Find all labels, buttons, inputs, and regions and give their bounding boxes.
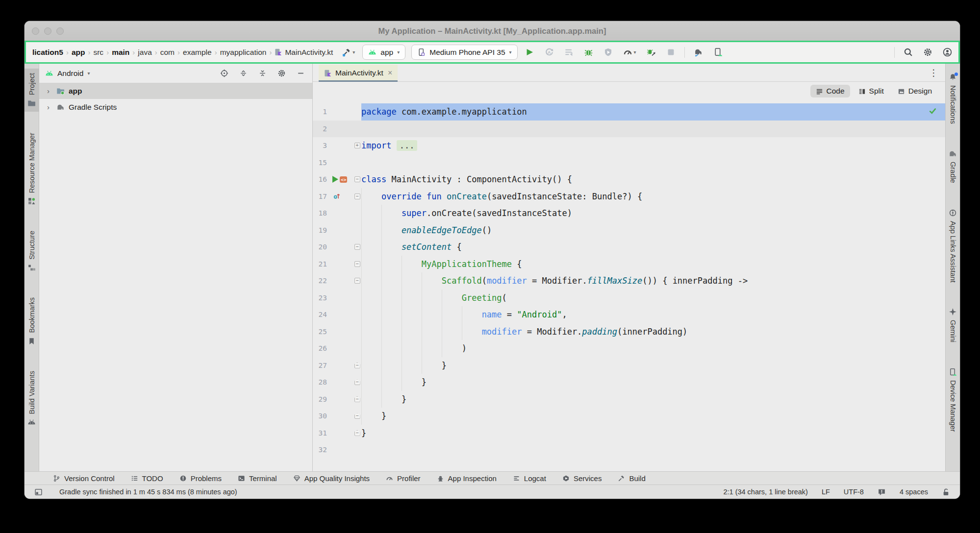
fold-marker[interactable]: −	[354, 261, 360, 267]
close-icon[interactable]: ×	[388, 69, 392, 77]
overriding-method-icon[interactable]	[332, 192, 341, 200]
fold-marker[interactable]: −	[354, 244, 360, 250]
code-line-text[interactable]: )	[361, 340, 945, 357]
sidebar-item-bookmarks[interactable]: Bookmarks	[25, 293, 39, 350]
code-editor[interactable]: 1package com.example.myapplication23+imp…	[313, 100, 945, 471]
editor-options-menu[interactable]: ⋮	[929, 67, 938, 78]
toolwindow-build[interactable]: Build	[618, 474, 645, 483]
code-line-32[interactable]: 32	[313, 441, 945, 459]
code-line-text[interactable]: Greeting(	[361, 290, 945, 307]
code-line-2[interactable]: 2	[313, 121, 945, 138]
sidebar-item-build-variants[interactable]: Build Variants	[25, 366, 39, 431]
code-line-text[interactable]	[361, 154, 945, 171]
sidebar-item-resource-manager[interactable]: Resource Manager	[25, 128, 39, 210]
code-line-text[interactable]: enableEdgeToEdge()	[361, 222, 945, 239]
line-number[interactable]: 22	[313, 272, 331, 290]
line-number[interactable]: 1	[313, 103, 331, 121]
line-number[interactable]: 23	[313, 290, 331, 307]
line-number[interactable]: 21	[313, 256, 331, 273]
fold-marker[interactable]: −	[354, 430, 360, 436]
sidebar-item-device-manager[interactable]: Device Manager	[946, 363, 960, 436]
fold-marker[interactable]: +	[354, 143, 360, 148]
apply-changes-button[interactable]: A	[543, 46, 555, 58]
chevron-down-icon[interactable]: ▾	[87, 71, 90, 76]
line-number[interactable]: 20	[313, 239, 331, 256]
code-line-text[interactable]: modifier = Modifier.padding(innerPadding…	[361, 323, 945, 340]
toolwindow-app-quality-insights[interactable]: App Quality Insights	[293, 474, 370, 483]
line-ending[interactable]: LF	[822, 488, 830, 496]
breadcrumb-item-example[interactable]: example	[181, 47, 213, 58]
fold-marker[interactable]: −	[354, 176, 360, 182]
code-line-29[interactable]: 29− }	[313, 391, 945, 408]
code-line-18[interactable]: 18 super.onCreate(savedInstanceState)	[313, 205, 945, 222]
fold-marker[interactable]: −	[354, 194, 360, 199]
code-line-text[interactable]: Scaffold(modifier = Modifier.fillMaxSize…	[361, 272, 945, 290]
code-line-3[interactable]: 3+import ...	[313, 137, 945, 154]
code-line-16[interactable]: 16<>−class MainActivity : ComponentActiv…	[313, 171, 945, 188]
code-line-text[interactable]: setContent {	[361, 239, 945, 256]
fold-marker[interactable]: −	[354, 379, 360, 385]
chevron-right-icon[interactable]: ›	[47, 103, 52, 111]
breadcrumb-item-main[interactable]: main	[110, 47, 131, 58]
collapse-all-button[interactable]	[257, 68, 268, 79]
line-number[interactable]: 18	[313, 205, 331, 222]
fold-marker[interactable]: −	[354, 278, 360, 284]
code-line-19[interactable]: 19 enableEdgeToEdge()	[313, 222, 945, 239]
code-line-text[interactable]: import ...	[361, 137, 945, 154]
code-line-17[interactable]: 17− override fun onCreate(savedInstanceS…	[313, 188, 945, 205]
code-line-text[interactable]	[361, 441, 945, 459]
panel-options-button[interactable]	[276, 68, 287, 79]
code-line-20[interactable]: 20− setContent {	[313, 239, 945, 256]
line-number[interactable]: 16	[313, 171, 331, 188]
minimize-button[interactable]	[44, 27, 51, 35]
indent-setting[interactable]: 4 spaces	[900, 488, 928, 496]
layout-widget-icon[interactable]	[34, 488, 43, 496]
breadcrumb-item-java[interactable]: java	[136, 47, 153, 58]
file-encoding[interactable]: UTF-8	[844, 488, 864, 496]
fold-marker[interactable]: −	[354, 363, 360, 368]
caret-position[interactable]: 2:1 (34 chars, 1 line break)	[723, 488, 807, 496]
toolwindow-todo[interactable]: TODO	[131, 474, 163, 483]
breadcrumb-item-lication5[interactable]: lication5	[31, 47, 65, 58]
running-devices-button[interactable]	[712, 46, 724, 58]
sidebar-item-notifications[interactable]: Notifications	[946, 69, 960, 128]
toolwindow-services[interactable]: Services	[562, 474, 602, 483]
debug-button[interactable]	[582, 46, 595, 58]
line-number[interactable]: 24	[313, 306, 331, 323]
stop-button[interactable]	[665, 46, 677, 58]
toolwindow-problems[interactable]: Problems	[179, 474, 222, 483]
code-line-1[interactable]: 1package com.example.myapplication	[313, 103, 945, 121]
feedback-icon[interactable]	[878, 488, 886, 496]
breadcrumb-item-myapplication[interactable]: myapplication	[219, 47, 268, 58]
line-number[interactable]: 19	[313, 222, 331, 239]
code-line-25[interactable]: 25 modifier = Modifier.padding(innerPadd…	[313, 323, 945, 340]
line-number[interactable]: 32	[313, 441, 331, 459]
apply-code-changes-button[interactable]	[563, 46, 575, 58]
lock-open-icon[interactable]	[942, 488, 950, 496]
sidebar-item-structure[interactable]: Structure	[25, 226, 39, 276]
hide-panel-button[interactable]	[295, 68, 306, 79]
compose-preview-icon[interactable]: <>	[340, 176, 347, 183]
attach-debugger-button[interactable]	[645, 46, 657, 58]
code-line-30[interactable]: 30− }	[313, 408, 945, 425]
view-mode-split[interactable]: Split	[853, 85, 889, 97]
close-button[interactable]	[32, 27, 39, 35]
line-number[interactable]: 28	[313, 374, 331, 391]
code-line-text[interactable]: }	[361, 425, 945, 442]
code-line-23[interactable]: 23 Greeting(	[313, 290, 945, 307]
line-number[interactable]: 17	[313, 188, 331, 205]
code-line-text[interactable]: override fun onCreate(savedInstanceState…	[361, 188, 945, 205]
line-number[interactable]: 29	[313, 391, 331, 408]
line-number[interactable]: 31	[313, 425, 331, 442]
code-line-text[interactable]	[361, 121, 945, 138]
sidebar-item-app-links-assistant[interactable]: App Links Assistant	[946, 204, 960, 287]
line-number[interactable]: 15	[313, 154, 331, 171]
sidebar-item-gradle[interactable]: Gradle	[946, 145, 960, 188]
sidebar-item-gemini[interactable]: Gemini	[946, 303, 960, 347]
code-line-text[interactable]: class MainActivity : ComponentActivity()…	[361, 171, 945, 188]
code-line-27[interactable]: 27− }	[313, 357, 945, 374]
toolwindow-terminal[interactable]: Terminal	[238, 474, 277, 483]
project-view-selector[interactable]: Android	[57, 69, 83, 78]
view-mode-design[interactable]: Design	[892, 85, 937, 97]
code-line-text[interactable]: }	[361, 374, 945, 391]
